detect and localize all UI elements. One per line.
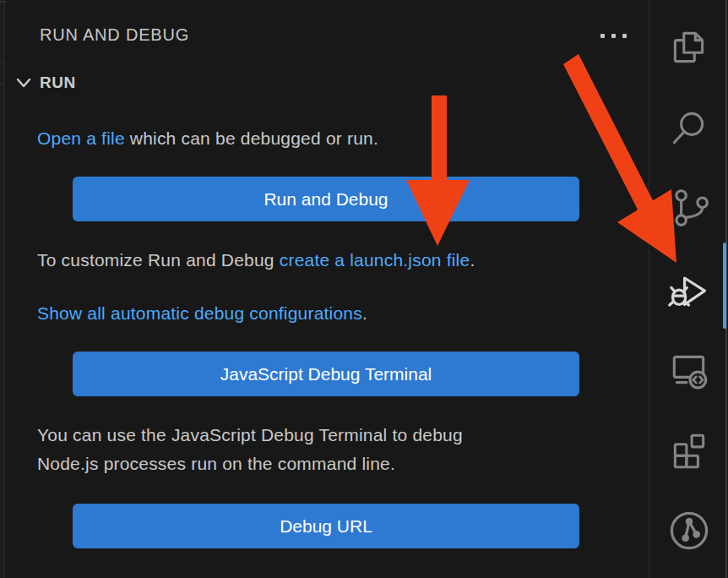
live-share-icon	[667, 509, 711, 553]
activity-bar-item-source-control[interactable]	[649, 167, 728, 248]
javascript-debug-terminal-button[interactable]: JavaScript Debug Terminal	[73, 352, 579, 396]
run-and-debug-panel: RUN AND DEBUG RUN Open a file which can …	[6, 0, 649, 578]
activity-bar-item-live-share[interactable]	[649, 490, 728, 570]
activity-bar-item-search[interactable]	[649, 87, 728, 167]
run-section-header[interactable]: RUN	[14, 74, 76, 92]
explorer-icon	[668, 26, 710, 68]
left-edge-strip	[0, 0, 5, 578]
activity-bar-item-extensions[interactable]	[649, 410, 728, 490]
extensions-icon	[668, 429, 710, 472]
activity-bar-item-run-and-debug[interactable]	[649, 248, 728, 329]
create-launch-json-link[interactable]: create a launch.json file	[280, 250, 470, 270]
activity-bar-item-explorer[interactable]	[649, 7, 728, 87]
run-section-label: RUN	[40, 74, 76, 92]
more-actions-button[interactable]	[597, 30, 630, 41]
ellipsis-icon	[611, 34, 616, 38]
run-and-debug-button[interactable]: Run and Debug	[73, 177, 579, 221]
divider	[0, 84, 5, 85]
activity-bar-item-remote-explorer[interactable]	[649, 330, 728, 410]
divider	[0, 62, 5, 63]
run-and-debug-icon	[667, 267, 711, 311]
customize-text-after: .	[470, 250, 475, 270]
show-configs-text: Show all automatic debug configurations.	[37, 302, 367, 325]
intro-text: Open a file which can be debugged or run…	[37, 127, 378, 150]
search-icon	[668, 106, 710, 149]
ellipsis-icon	[600, 34, 605, 38]
remote-explorer-icon	[668, 349, 710, 391]
pane-title: RUN AND DEBUG	[40, 25, 189, 45]
debug-url-button[interactable]: Debug URL	[73, 504, 579, 548]
activity-bar	[649, 0, 728, 578]
chevron-down-icon	[14, 74, 33, 92]
active-view-indicator	[723, 243, 726, 329]
customize-text-before: To customize Run and Debug	[37, 250, 280, 270]
intro-text-rest: which can be debugged or run.	[125, 128, 378, 148]
show-configs-period: .	[362, 303, 367, 323]
terminal-note-line-2: Node.js processes run on the command lin…	[37, 452, 395, 476]
vscode-run-and-debug-view: RUN AND DEBUG RUN Open a file which can …	[0, 0, 728, 578]
terminal-note-line-1: You can use the JavaScript Debug Termina…	[37, 423, 463, 447]
customize-text: To customize Run and Debug create a laun…	[37, 248, 475, 272]
source-control-icon	[668, 187, 710, 229]
ellipsis-icon	[622, 34, 627, 38]
show-all-configurations-link[interactable]: Show all automatic debug configurations	[37, 303, 362, 323]
open-a-file-link[interactable]: Open a file	[37, 128, 125, 148]
